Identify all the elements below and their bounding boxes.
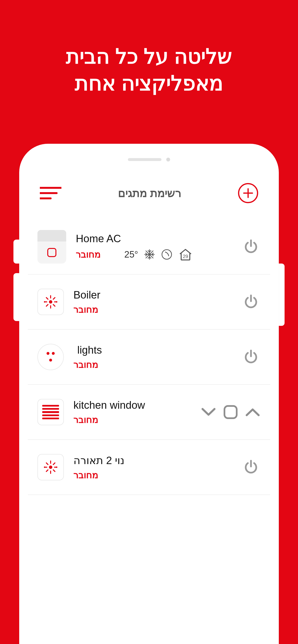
light-icon — [37, 454, 64, 480]
svg-line-18 — [53, 298, 55, 299]
ac-icon — [37, 230, 66, 264]
power-icon — [243, 348, 259, 365]
app-header: רשימת מתגים — [28, 179, 270, 208]
fan-speed-icon — [161, 249, 173, 260]
home-temp-icon: 29 — [178, 248, 193, 261]
device-subinfo: מחובר 25° — [76, 248, 241, 261]
device-row-home-ac[interactable]: Home AC מחובר 25° — [28, 220, 270, 274]
page-title: רשימת מתגים — [118, 187, 181, 200]
power-icon — [243, 238, 259, 255]
svg-line-31 — [53, 463, 55, 464]
device-name: lights — [73, 344, 241, 356]
svg-line-30 — [53, 470, 55, 472]
device-list: Home AC מחובר 25° — [28, 220, 270, 495]
device-info: Home AC מחובר 25° — [66, 233, 241, 261]
indoor-temp-label: 29 — [183, 254, 188, 259]
svg-point-9 — [162, 250, 172, 259]
svg-point-21 — [44, 301, 45, 302]
svg-line-17 — [53, 304, 55, 306]
power-button[interactable] — [241, 237, 261, 256]
lights-icon — [37, 344, 64, 370]
device-row-noy2[interactable]: נוי 2 תאורה מחובר — [28, 440, 270, 495]
boiler-icon — [37, 289, 64, 315]
svg-line-32 — [46, 470, 48, 472]
phone-power-button — [279, 264, 284, 326]
device-name: Home AC — [76, 233, 241, 244]
set-temperature: 25° — [124, 250, 138, 260]
device-name: נוי 2 תאורה — [73, 454, 241, 466]
power-icon — [243, 459, 259, 476]
power-button[interactable] — [241, 348, 261, 366]
device-row-kitchen-window[interactable]: kitchen window מחובר — [28, 385, 270, 440]
blinds-lines-icon — [42, 405, 59, 419]
device-status: מחובר — [73, 360, 241, 370]
snowflake-icon — [144, 249, 155, 260]
svg-point-33 — [56, 466, 57, 468]
shutter-stop-button[interactable] — [224, 405, 238, 419]
power-button[interactable] — [241, 458, 261, 477]
menu-icon — [40, 186, 61, 200]
device-row-lights[interactable]: lights מחובר — [28, 330, 270, 385]
phone-volume-button — [14, 273, 19, 321]
device-status: מחובר — [76, 249, 101, 260]
promo-headline: שליטה על כל הבית מאפליקציה אחת — [0, 43, 298, 97]
device-name: Boiler — [73, 289, 241, 301]
device-info: kitchen window מחובר — [64, 399, 201, 425]
device-info: נוי 2 תאורה מחובר — [64, 454, 241, 480]
svg-point-20 — [56, 301, 57, 302]
power-icon — [243, 294, 259, 310]
plus-icon — [242, 187, 254, 199]
svg-line-29 — [46, 463, 48, 464]
svg-point-24 — [49, 466, 52, 469]
three-dots-icon — [45, 351, 57, 363]
device-info: Boiler מחובר — [64, 289, 241, 315]
sun-icon — [43, 460, 58, 475]
device-status: מחובר — [73, 470, 241, 480]
shutter-controls — [201, 405, 261, 419]
svg-point-34 — [44, 466, 45, 468]
device-name: kitchen window — [73, 399, 201, 411]
phone-notch — [99, 152, 199, 167]
device-info: lights מחובר — [64, 344, 241, 370]
phone-side-button — [14, 240, 19, 264]
phone-frame: רשימת מתגים Home AC מחובר — [19, 144, 279, 644]
svg-point-11 — [49, 300, 52, 304]
device-row-boiler[interactable]: Boiler מחובר — [28, 274, 270, 330]
promo-line1: שליטה על כל הבית — [0, 43, 298, 70]
phone-screen: רשימת מתגים Home AC מחובר — [28, 152, 270, 644]
device-status: מחובר — [73, 414, 201, 425]
shutter-down-button[interactable] — [201, 406, 216, 418]
add-device-button[interactable] — [238, 183, 258, 203]
svg-line-19 — [46, 304, 48, 306]
sun-icon — [43, 294, 58, 310]
svg-line-16 — [46, 298, 48, 299]
shutter-up-button[interactable] — [245, 406, 261, 418]
power-button[interactable] — [241, 292, 261, 312]
menu-button[interactable] — [40, 186, 61, 200]
blinds-icon — [37, 399, 64, 425]
promo-line2: מאפליקציה אחת — [0, 70, 298, 97]
device-status: מחובר — [73, 304, 241, 315]
